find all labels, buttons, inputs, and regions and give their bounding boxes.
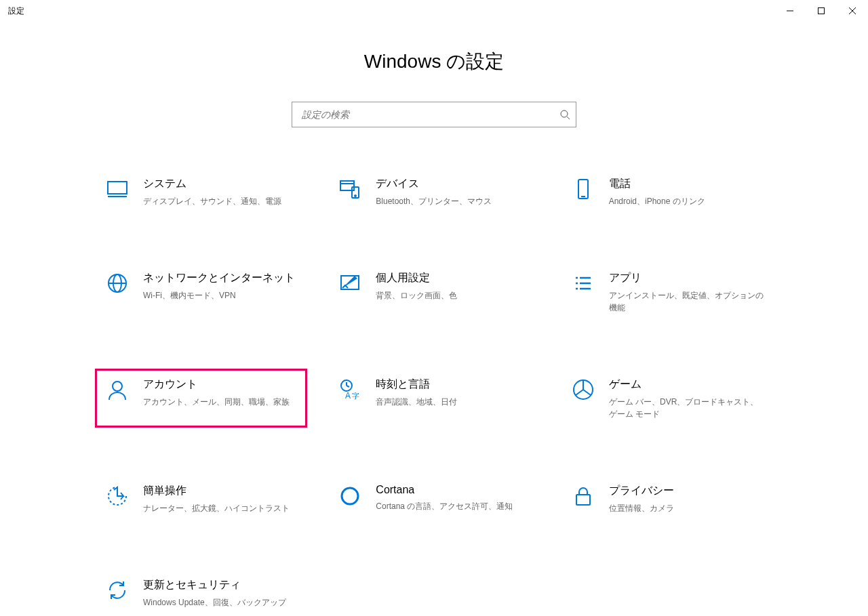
tile-title: アプリ	[609, 271, 764, 285]
ease-of-access-icon	[104, 482, 131, 510]
tile-network[interactable]: ネットワークとインターネット Wi-Fi、機内モード、VPN	[95, 262, 307, 321]
tile-desc: Wi-Fi、機内モード、VPN	[143, 289, 298, 302]
tile-accounts[interactable]: アカウント アカウント、メール、同期、職場、家族	[95, 369, 307, 428]
svg-text:字: 字	[352, 392, 359, 400]
search-box[interactable]	[292, 102, 576, 127]
svg-point-4	[561, 110, 568, 117]
tile-title: プライバシー	[609, 484, 764, 498]
tile-gaming[interactable]: ゲーム ゲーム バー、DVR、ブロードキャスト、ゲーム モード	[561, 369, 773, 428]
tile-apps[interactable]: アプリ アンインストール、既定値、オプションの機能	[561, 262, 773, 321]
tile-title: 簡単操作	[143, 484, 298, 498]
svg-rect-1	[818, 8, 825, 14]
tile-desc: ナレーター、拡大鏡、ハイコントラスト	[143, 502, 298, 514]
tile-cortana[interactable]: Cortana Cortana の言語、アクセス許可、通知	[328, 475, 540, 522]
devices-icon	[336, 176, 363, 203]
tile-title: 電話	[609, 177, 764, 191]
tile-desc: 背景、ロック画面、色	[376, 289, 531, 302]
network-icon	[104, 270, 131, 297]
tile-phone[interactable]: 電話 Android、iPhone のリンク	[561, 168, 773, 215]
phone-icon	[570, 176, 597, 203]
tile-update-security[interactable]: 更新とセキュリティ Windows Update、回復、バックアップ	[95, 569, 307, 616]
tile-title: デバイス	[376, 177, 531, 191]
svg-point-24	[113, 382, 122, 391]
svg-text:A: A	[345, 391, 351, 401]
tile-desc: アカウント、メール、同期、職場、家族	[143, 396, 298, 408]
apps-icon	[570, 270, 597, 297]
svg-rect-32	[576, 495, 590, 505]
page-header: Windows の設定	[0, 49, 868, 75]
tile-desc: Cortana の言語、アクセス許可、通知	[376, 500, 531, 512]
maximize-button[interactable]	[806, 0, 837, 22]
svg-point-11	[355, 195, 356, 197]
tile-desc: Android、iPhone のリンク	[609, 195, 764, 207]
tile-desc: 音声認識、地域、日付	[376, 396, 531, 408]
svg-line-5	[567, 117, 570, 119]
tile-title: アカウント	[143, 377, 298, 392]
tile-personalization[interactable]: 個人用設定 背景、ロック画面、色	[328, 262, 540, 321]
personalization-icon	[336, 270, 363, 297]
privacy-icon	[570, 482, 597, 510]
tile-desc: Windows Update、回復、バックアップ	[143, 596, 298, 609]
close-button[interactable]	[837, 0, 868, 22]
accounts-icon	[104, 376, 131, 403]
tile-title: Cortana	[376, 484, 531, 496]
tile-title: システム	[143, 177, 298, 191]
tile-desc: アンインストール、既定値、オプションの機能	[609, 289, 764, 314]
update-icon	[104, 577, 131, 604]
search-input[interactable]	[300, 108, 559, 121]
time-language-icon: A 字	[336, 376, 363, 403]
tile-ease-of-access[interactable]: 簡単操作 ナレーター、拡大鏡、ハイコントラスト	[95, 475, 307, 522]
tile-desc: Bluetooth、プリンター、マウス	[376, 195, 531, 207]
settings-grid: システム ディスプレイ、サウンド、通知、電源 デバイス Bluetooth、プリ…	[95, 168, 773, 616]
tile-title: 個人用設定	[376, 271, 531, 285]
cortana-icon	[336, 482, 363, 510]
tile-time-language[interactable]: A 字 時刻と言語 音声認識、地域、日付	[328, 369, 540, 428]
gaming-icon	[570, 376, 597, 403]
page-title: Windows の設定	[0, 49, 868, 75]
system-icon	[104, 176, 131, 203]
svg-rect-6	[108, 182, 127, 194]
tile-desc: 位置情報、カメラ	[609, 502, 764, 514]
tile-devices[interactable]: デバイス Bluetooth、プリンター、マウス	[328, 168, 540, 215]
window-title: 設定	[8, 5, 24, 17]
search-icon	[559, 109, 570, 120]
tile-desc: ディスプレイ、サウンド、通知、電源	[143, 195, 298, 207]
tile-title: ゲーム	[609, 377, 764, 392]
tile-desc: ゲーム バー、DVR、ブロードキャスト、ゲーム モード	[609, 396, 764, 420]
titlebar: 設定	[0, 0, 868, 22]
svg-point-31	[342, 488, 358, 504]
search-wrap	[0, 102, 868, 127]
tile-privacy[interactable]: プライバシー 位置情報、カメラ	[561, 475, 773, 522]
tile-title: 時刻と言語	[376, 377, 531, 392]
svg-line-27	[347, 386, 349, 387]
tile-title: 更新とセキュリティ	[143, 578, 298, 592]
tile-title: ネットワークとインターネット	[143, 271, 298, 285]
window-controls	[774, 0, 868, 22]
minimize-button[interactable]	[774, 0, 806, 22]
tile-system[interactable]: システム ディスプレイ、サウンド、通知、電源	[95, 168, 307, 215]
svg-rect-12	[578, 180, 588, 199]
